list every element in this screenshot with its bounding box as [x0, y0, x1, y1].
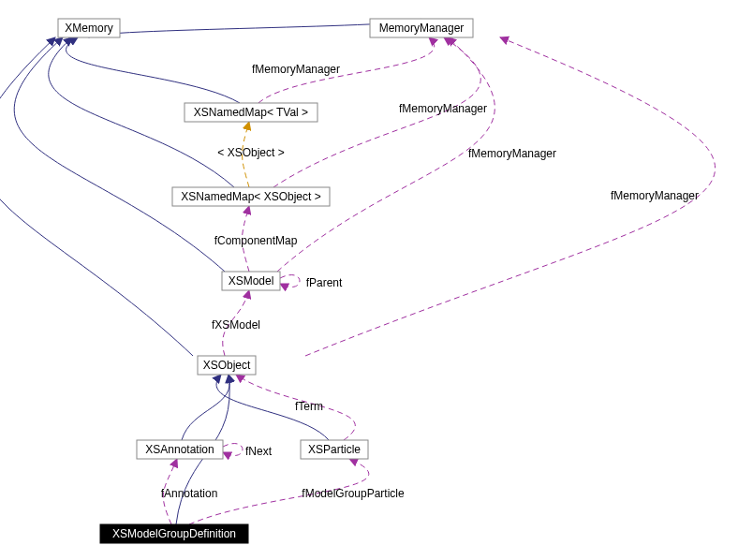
edge-use-xsann-self	[223, 444, 243, 456]
node-label-xsmodelgroupdef: XSModelGroupDefinition	[112, 527, 236, 540]
node-label-memorymanager: MemoryManager	[379, 22, 465, 35]
edge-inh-nmap_tval-xmemory	[66, 37, 240, 103]
edge-use-xsmodel-self	[280, 275, 300, 287]
edge-label-use-xspart-xsobject: fTerm	[295, 400, 323, 413]
edge-label-use-xsann-self: fNext	[245, 445, 273, 458]
edge-inh-xsmodel-xmemory	[14, 37, 225, 272]
node-label-xsmodel: XSModel	[229, 274, 274, 287]
collaboration-diagram: XMemoryMemoryManagerXSNamedMap< TVal >< …	[0, 0, 738, 560]
edge-label-use-xsobject-memmgr: fMemoryManager	[611, 189, 699, 202]
edge-label-use-xsmodel-self: fParent	[306, 276, 343, 289]
node-label-xsannotation: XSAnnotation	[145, 443, 214, 456]
edge-label-use-xsmodel-nmap_obj: fComponentMap	[214, 234, 298, 247]
node-label-xmemory: XMemory	[65, 22, 112, 35]
edge-label-use-xsmodel-memmgr: fMemoryManager	[399, 102, 487, 115]
edge-label-use-xsobject-xsmodel: fXSModel	[212, 318, 260, 332]
node-label-xsobject: XSObject	[203, 359, 251, 372]
edge-label-use-xsmgd-xspart: fModelGroupParticle	[302, 487, 405, 500]
edge-label-use-nmap_obj-memmgr: fMemoryManager	[468, 147, 556, 160]
edge-inh-xsobject-xmemory	[0, 37, 193, 356]
node-label-xsparticle: XSParticle	[308, 443, 361, 456]
node-label-xsobject_label: < XSObject >	[217, 146, 284, 159]
edge-label-use-xsmgd-xsann: fAnnotation	[161, 487, 218, 500]
edge-label-use-nmap_tval-memmgr: fMemoryManager	[252, 63, 340, 76]
edge-inh-xsann-xsobject	[182, 375, 229, 440]
node-label-xsnamedmap_obj: XSNamedMap< XSObject >	[181, 190, 320, 203]
node-label-xsnamedmap_tval: XSNamedMap< TVal >	[194, 106, 308, 119]
